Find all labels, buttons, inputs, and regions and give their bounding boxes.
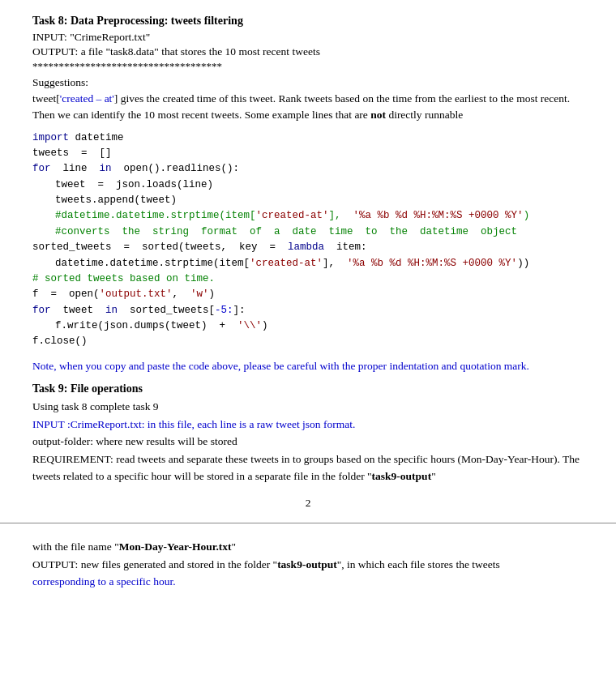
page-number: 2 bbox=[32, 497, 584, 510]
code-line-5: tweets.append(tweet) bbox=[32, 193, 584, 208]
bottom-line3: corresponding to a specific hour. bbox=[32, 573, 584, 591]
code-line-9: datetime.datetime.strptime(item['created… bbox=[32, 256, 584, 271]
code-line-10: # sorted tweets based on time. bbox=[32, 271, 584, 287]
code-line-11: f = open('output.txt', 'w') bbox=[32, 287, 584, 302]
code-line-8: sorted_tweets = sorted(tweets, key = lam… bbox=[32, 240, 584, 255]
task9-output-folder: output-folder: where new results will be… bbox=[32, 433, 584, 451]
suggestions-label: Suggestions: bbox=[32, 76, 584, 89]
bottom-line1: with the file name "Mon-Day-Year-Hour.tx… bbox=[32, 538, 584, 556]
code-line-12: for tweet in sorted_tweets[-5:]: bbox=[32, 303, 584, 318]
code-line-6: #datetime.datetime.strptime(item['create… bbox=[32, 208, 584, 224]
page-top: Task 8: Data Preprocessing: tweets filte… bbox=[0, 0, 616, 523]
task9-title: Task 9: File operations bbox=[32, 382, 584, 395]
note-text: Note, when you copy and paste the code a… bbox=[32, 358, 584, 374]
code-line-4: tweet = json.loads(line) bbox=[32, 177, 584, 193]
suggestion-text: tweet['created – at'] gives the created … bbox=[32, 91, 584, 124]
code-line-7: #converts the string format of a date ti… bbox=[32, 224, 584, 240]
code-line-2: tweets = [] bbox=[32, 146, 584, 161]
code-line-13: f.write(json.dumps(tweet) + '\\') bbox=[32, 318, 584, 334]
task9-input: INPUT :CrimeReport.txt: in this file, ea… bbox=[32, 416, 584, 434]
task8-title: Task 8: Data Preprocessing: tweets filte… bbox=[32, 15, 584, 28]
task9-body: Using task 8 complete task 9 INPUT :Crim… bbox=[32, 398, 584, 485]
bottom-line2: OUTPUT: new files generated and stored i… bbox=[32, 556, 584, 574]
input-line: INPUT: "CrimeReport.txt" bbox=[32, 31, 584, 44]
code-line-1: import datetime bbox=[32, 130, 584, 146]
code-line-3: for line in open().readlines(): bbox=[32, 161, 584, 177]
output-line: OUTPUT: a file "task8.data" that stores … bbox=[32, 45, 584, 58]
code-line-14: f.close() bbox=[32, 334, 584, 349]
code-block: import datetime tweets = [] for line in … bbox=[32, 130, 584, 350]
created-at-ref: 'created – at' bbox=[60, 92, 114, 105]
page-bottom: with the file name "Mon-Day-Year-Hour.tx… bbox=[0, 523, 616, 599]
task9-using: Using task 8 complete task 9 bbox=[32, 398, 584, 416]
bottom-text: with the file name "Mon-Day-Year-Hour.tx… bbox=[32, 538, 584, 591]
task9-requirement: REQUIREMENT: read tweets and separate th… bbox=[32, 451, 584, 485]
stars-divider: ************************************ bbox=[32, 60, 584, 73]
